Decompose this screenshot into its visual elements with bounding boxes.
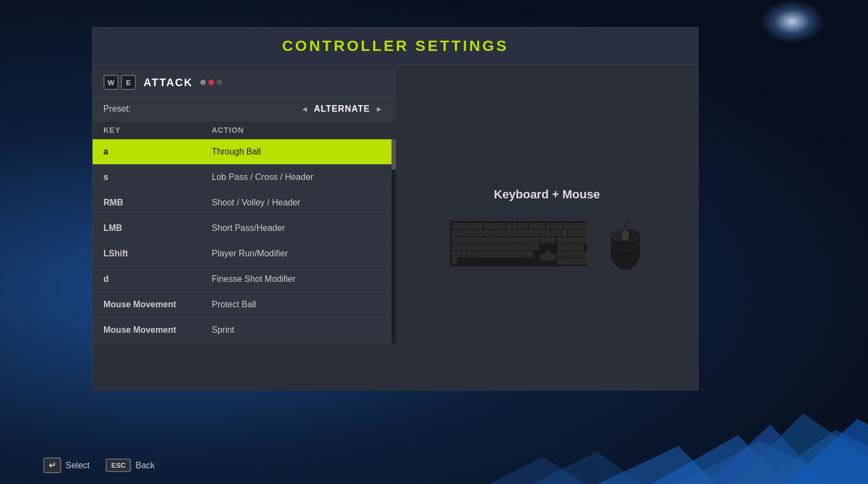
binding-row-3[interactable]: LMBShort Pass/Header xyxy=(93,216,396,241)
svg-rect-25 xyxy=(540,223,545,229)
svg-rect-115 xyxy=(579,259,587,264)
svg-rect-86 xyxy=(494,244,498,250)
svg-rect-60 xyxy=(476,237,480,243)
binding-action-0: Through Ball xyxy=(212,147,261,157)
svg-rect-13 xyxy=(472,223,477,229)
tab-key-w: W xyxy=(103,75,119,90)
svg-rect-45 xyxy=(517,230,521,236)
svg-rect-20 xyxy=(512,223,517,229)
settings-left: W E ATTACK Preset: ◄ ALTERNATE ► KEY ACT… xyxy=(93,68,396,391)
device-images xyxy=(449,218,644,272)
svg-rect-52 xyxy=(562,230,566,236)
device-label: Keyboard + Mouse xyxy=(494,188,600,202)
preset-value: ALTERNATE xyxy=(314,104,370,114)
tab-key-e: E xyxy=(121,75,136,90)
svg-rect-66 xyxy=(508,237,513,243)
binding-action-7: Sprint xyxy=(212,325,234,335)
tab-title: ATTACK xyxy=(143,76,193,89)
svg-rect-75 xyxy=(563,237,567,243)
svg-rect-76 xyxy=(569,237,573,243)
svg-rect-70 xyxy=(530,237,539,249)
binding-row-1[interactable]: sLob Pass / Cross / Header xyxy=(93,165,396,190)
svg-rect-21 xyxy=(518,223,522,229)
svg-rect-49 xyxy=(545,230,549,236)
preset-arrow-left[interactable]: ◄ xyxy=(299,104,311,114)
settings-panel: CONTROLLER SETTINGS W E ATTACK Preset: ◄… xyxy=(92,27,699,390)
scrollbar[interactable] xyxy=(391,139,396,343)
back-key-badge: ESC xyxy=(106,459,131,472)
col-headers: KEY ACTION xyxy=(93,121,396,139)
binding-key-1: s xyxy=(103,172,212,182)
svg-rect-39 xyxy=(485,230,489,236)
svg-rect-16 xyxy=(490,223,494,229)
binding-row-7[interactable]: Mouse MovementSprint xyxy=(93,318,396,343)
svg-rect-26 xyxy=(547,223,551,229)
binding-key-0: a xyxy=(103,147,212,157)
svg-rect-92 xyxy=(558,244,562,250)
svg-rect-34 xyxy=(458,230,462,236)
svg-rect-77 xyxy=(574,237,578,243)
svg-rect-88 xyxy=(505,244,509,250)
svg-rect-97 xyxy=(452,251,460,257)
svg-rect-19 xyxy=(507,223,511,229)
svg-rect-82 xyxy=(472,244,477,250)
svg-rect-108 xyxy=(569,251,578,257)
svg-rect-29 xyxy=(564,223,569,229)
panel-title: CONTROLLER SETTINGS xyxy=(282,37,508,54)
binding-action-4: Player Run/Modifier xyxy=(212,249,288,259)
select-button-group: ↵ Select xyxy=(43,457,89,473)
binding-row-0[interactable]: aThrough Ball xyxy=(93,139,396,165)
preset-row: Preset: ◄ ALTERNATE ► xyxy=(93,97,396,121)
keyboard-image xyxy=(449,221,590,269)
settings-right: Keyboard + Mouse xyxy=(396,68,698,391)
preset-arrow-right[interactable]: ► xyxy=(373,104,385,114)
svg-rect-43 xyxy=(506,230,511,236)
svg-rect-32 xyxy=(580,223,587,229)
svg-rect-51 xyxy=(557,230,561,236)
binding-key-2: RMB xyxy=(103,198,212,208)
svg-rect-104 xyxy=(546,255,550,260)
svg-rect-53 xyxy=(569,230,573,236)
svg-rect-28 xyxy=(558,223,562,229)
svg-rect-90 xyxy=(515,244,520,250)
svg-rect-95 xyxy=(574,244,578,250)
svg-rect-64 xyxy=(498,237,502,243)
svg-rect-80 xyxy=(461,244,466,250)
binding-row-5[interactable]: dFinesse Shot Modifier xyxy=(93,267,396,292)
svg-rect-96 xyxy=(579,244,584,250)
svg-rect-59 xyxy=(471,237,475,243)
svg-rect-106 xyxy=(558,251,562,257)
svg-rect-71 xyxy=(540,237,545,243)
svg-rect-23 xyxy=(530,223,534,229)
svg-rect-112 xyxy=(563,259,567,264)
svg-rect-68 xyxy=(519,237,524,243)
binding-row-6[interactable]: Mouse MovementProtect Ball xyxy=(93,292,396,318)
preset-nav: ◄ ALTERNATE ► xyxy=(299,104,385,114)
bottom-bar: ↵ Select ESC Back xyxy=(0,457,868,473)
svg-rect-57 xyxy=(460,237,464,243)
svg-rect-94 xyxy=(569,244,573,250)
svg-rect-107 xyxy=(563,251,567,257)
svg-rect-11 xyxy=(461,223,466,229)
svg-rect-62 xyxy=(487,237,491,243)
bloom-effect xyxy=(760,0,825,43)
binding-row-2[interactable]: RMBShoot / Volley / Header xyxy=(93,190,396,216)
svg-rect-114 xyxy=(574,259,578,264)
svg-rect-74 xyxy=(558,237,562,243)
binding-action-6: Protect Ball xyxy=(212,300,256,309)
svg-rect-38 xyxy=(479,230,484,236)
binding-key-3: LMB xyxy=(103,223,212,233)
binding-action-2: Shoot / Volley / Header xyxy=(212,198,301,208)
svg-rect-14 xyxy=(478,223,482,229)
svg-rect-63 xyxy=(492,237,497,243)
svg-rect-81 xyxy=(467,244,471,250)
col-key-header: KEY xyxy=(103,126,212,134)
binding-row-4[interactable]: LShiftPlayer Run/Modifier xyxy=(93,241,396,267)
svg-rect-55 xyxy=(579,230,587,236)
svg-rect-22 xyxy=(523,223,527,229)
svg-rect-67 xyxy=(514,237,518,243)
svg-rect-87 xyxy=(499,244,504,250)
svg-rect-47 xyxy=(534,230,538,236)
binding-action-3: Short Pass/Header xyxy=(212,223,285,233)
svg-rect-109 xyxy=(579,251,587,257)
